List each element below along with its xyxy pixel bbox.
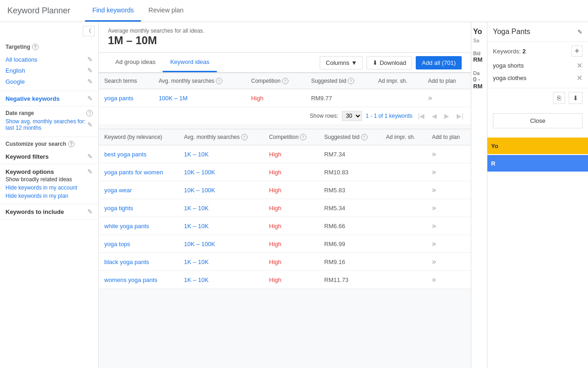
add-plan-icon-6[interactable]: » (432, 258, 436, 265)
next-page-btn[interactable]: ▶ (442, 111, 451, 121)
avg-monthly-help-icon[interactable]: ? (216, 78, 222, 84)
content-tabs: Ad group ideas Keyword ideas (108, 53, 217, 72)
negative-keywords-edit-icon[interactable]: ✎ (87, 95, 93, 102)
kw-avg-help-icon[interactable]: ? (241, 134, 248, 140)
add-plan-cell-7: » (426, 271, 471, 289)
download-button[interactable]: ⬇ Download (367, 56, 412, 69)
active-ad-group-yo[interactable]: Yo (487, 138, 588, 154)
show-rows-label: Show rows: (310, 113, 338, 119)
language-item[interactable]: English ✎ (6, 65, 93, 76)
download-panel-button[interactable]: ⬇ (569, 92, 582, 104)
keyword-filters-edit-icon[interactable]: ✎ (87, 153, 93, 160)
keyword-link-1[interactable]: yoga pants for women (104, 169, 163, 176)
searches-cell-1: 10K – 100K (179, 163, 264, 181)
searches-cell-6: 1K – 10K (179, 253, 264, 271)
date-range-value[interactable]: Show avg. monthly searches for: last 12 … (6, 116, 93, 133)
keyword-cell-1: yoga pants for women (99, 163, 179, 181)
location-edit-icon[interactable]: ✎ (87, 56, 93, 63)
table-row: best yoga pants 1K – 10K High RM7.34 » (99, 145, 471, 163)
keyword-link-4[interactable]: white yoga pants (104, 223, 149, 230)
keyword-option-1[interactable]: Show broadly related ideas (6, 175, 93, 184)
location-item[interactable]: All locations ✎ (6, 54, 93, 65)
collapse-icon[interactable]: 《 (83, 26, 95, 36)
comp-cell-6: High (264, 253, 319, 271)
language-edit-icon[interactable]: ✎ (87, 67, 93, 74)
edit-panel-icon[interactable]: ✎ (577, 29, 582, 35)
keyword-options-edit-icon[interactable]: ✎ (87, 168, 93, 175)
active-ad-group-r[interactable]: R (487, 155, 588, 172)
bid-cell-1: RM10.83 (319, 163, 381, 181)
add-keyword-button[interactable]: + (571, 46, 582, 57)
add-plan-icon-7[interactable]: » (432, 276, 436, 283)
close-panel-button[interactable]: Close (493, 113, 582, 128)
targeting-help-icon[interactable]: ? (32, 44, 39, 50)
content-tab-bar: Ad group ideas Keyword ideas Columns ▼ ⬇… (99, 53, 471, 73)
customize-help-icon[interactable]: ? (68, 141, 74, 147)
date-range-edit-icon[interactable]: ✎ (87, 121, 93, 128)
keyword-cell-0: best yoga pants (99, 145, 179, 163)
download-icon: ⬇ (373, 59, 378, 66)
remove-keyword-1-button[interactable]: ✕ (577, 61, 582, 70)
bid-val-5: RM6.99 (324, 241, 345, 247)
tab-keyword-ideas[interactable]: Keyword ideas (163, 53, 216, 72)
search-term-link[interactable]: yoga pants (104, 95, 134, 102)
comp-val-7: High (269, 276, 282, 283)
keywords-to-include-edit-icon[interactable]: ✎ (87, 208, 93, 215)
partial-da-1: Da (473, 70, 485, 76)
first-page-btn[interactable]: |◀ (416, 111, 427, 121)
keyword-link-3[interactable]: yoga tights (104, 205, 133, 212)
searches-cell-5: 10K – 100K (179, 235, 264, 253)
targeting-section: Targeting ? All locations ✎ English ✎ Go… (0, 40, 98, 91)
copy-button[interactable]: ⎘ (553, 92, 565, 104)
last-page-btn[interactable]: ▶| (455, 111, 465, 121)
collapse-btn-area: 《 (0, 22, 98, 40)
add-plan-icon-5[interactable]: » (432, 240, 436, 247)
keyword-cell-6: black yoga pants (99, 253, 179, 271)
th-kw-bid: Suggested bid ? (319, 129, 381, 145)
keyword-option-2[interactable]: Hide keywords in my account (6, 184, 93, 192)
suggested-bid-help-icon[interactable]: ? (348, 78, 354, 84)
keyword-cell-7: womens yoga pants (99, 271, 179, 289)
columns-button[interactable]: Columns ▼ (320, 56, 363, 69)
keyword-link-7[interactable]: womens yoga pants (104, 276, 158, 283)
keyword-options-header: Keyword options ✎ (6, 168, 93, 175)
remove-keyword-2-button[interactable]: ✕ (577, 74, 582, 82)
comp-val-5: High (269, 241, 282, 247)
tab-find-keywords[interactable]: Find keywords (85, 0, 141, 22)
add-plan-icon-4[interactable]: » (432, 222, 436, 230)
date-range-help-icon[interactable]: ? (86, 110, 93, 116)
search-terms-table: Search terms Avg. monthly searches ? Com… (99, 73, 471, 107)
keywords-count-label: Keywords: 2 (493, 48, 526, 55)
keyword-link-6[interactable]: black yoga pants (104, 259, 149, 265)
add-all-button[interactable]: Add all (701) (416, 56, 462, 69)
negative-keywords-label[interactable]: Negative keywords (6, 95, 60, 102)
keyword-link-0[interactable]: best yoga pants (104, 151, 147, 158)
comp-cell-3: High (264, 199, 319, 217)
add-plan-icon-2[interactable]: » (432, 186, 436, 194)
keyword-filters-section: Keyword filters ✎ (0, 149, 98, 164)
keyword-tag-2: yoga clothes ✕ (493, 72, 582, 84)
prev-page-btn[interactable]: ◀ (430, 111, 439, 121)
add-plan-cell-0: » (426, 145, 471, 163)
competition-help-icon[interactable]: ? (282, 78, 288, 84)
bid-cell-5: RM6.99 (319, 235, 381, 253)
kw-bid-help-icon[interactable]: ? (361, 134, 368, 140)
keyword-link-5[interactable]: yoga tops (104, 241, 130, 247)
add-to-plan-icon[interactable]: » (428, 94, 432, 102)
tab-review-plan[interactable]: Review plan (141, 0, 191, 22)
keyword-link-2[interactable]: yoga wear (104, 187, 132, 194)
partial-range-1: 0 - (473, 76, 485, 83)
table-row: yoga tights 1K – 10K High RM5.34 » (99, 199, 471, 217)
keyword-option-3[interactable]: Hide keywords in my plan (6, 192, 93, 200)
network-edit-icon[interactable]: ✎ (87, 78, 93, 85)
rows-select[interactable]: 30 (342, 111, 362, 121)
add-plan-icon-1[interactable]: » (432, 168, 436, 176)
add-plan-icon-0[interactable]: » (432, 150, 436, 158)
bid-cell: RM9.77 (305, 89, 373, 107)
keyword-ideas-table-section: Keyword (by relevance) Avg. monthly sear… (99, 129, 471, 289)
searches-val-3: 1K – 10K (184, 205, 209, 212)
network-item[interactable]: Google ✎ (6, 76, 93, 87)
add-plan-icon-3[interactable]: » (432, 204, 436, 212)
kw-comp-help-icon[interactable]: ? (300, 134, 306, 140)
tab-ad-group-ideas[interactable]: Ad group ideas (108, 53, 163, 72)
